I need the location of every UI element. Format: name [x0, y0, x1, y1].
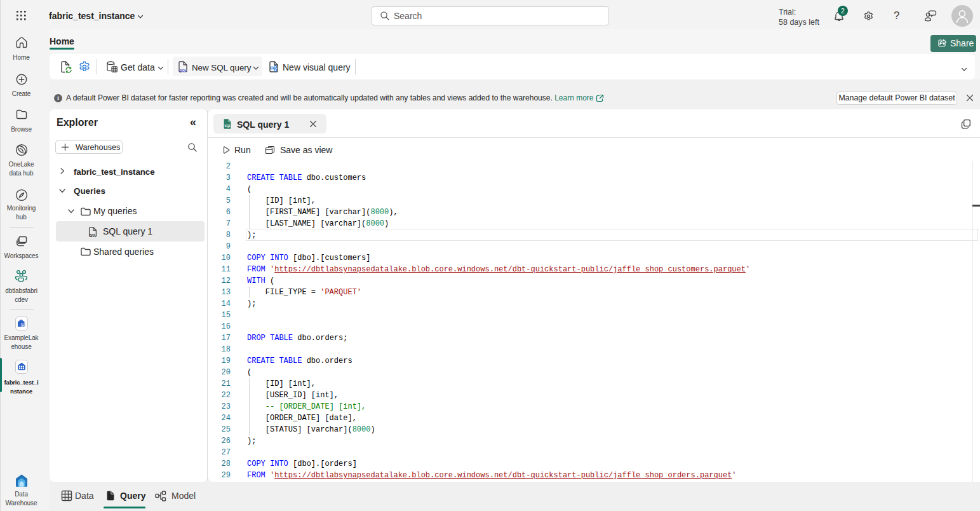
- svg-text:SQL: SQL: [225, 125, 231, 128]
- svg-text:SQL: SQL: [180, 68, 187, 72]
- svg-text:SQL: SQL: [90, 233, 97, 237]
